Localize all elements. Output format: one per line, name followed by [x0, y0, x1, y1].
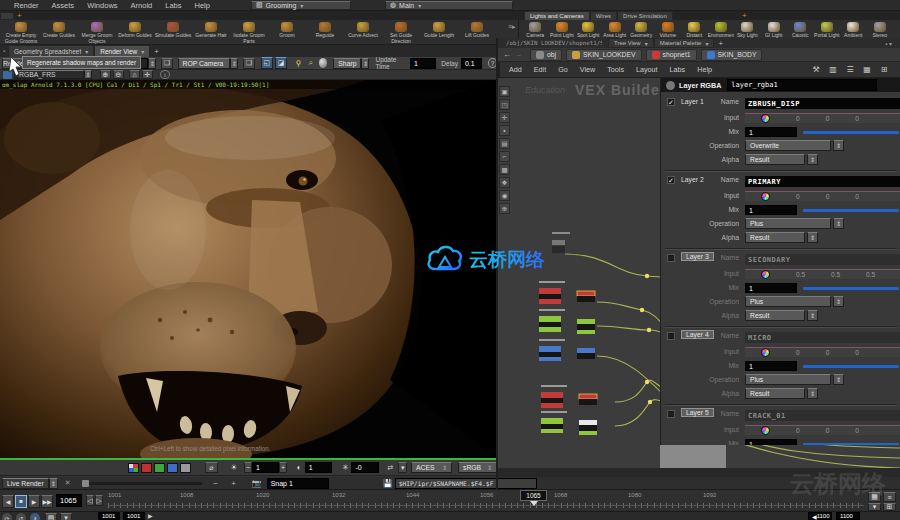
breadcrumb-skin_body[interactable]: SKIN_BODY [701, 49, 763, 61]
layer-input-row[interactable]: 000 [745, 347, 900, 357]
pan-view-icon[interactable]: ✛ [142, 70, 153, 79]
layer-mix-field[interactable]: 1 [745, 361, 797, 371]
delay-field[interactable]: 0.1 [461, 58, 482, 69]
realtime-toggle-icon[interactable]: ⟳ [2, 513, 12, 520]
layer-name-field[interactable]: CRACK_01 [745, 410, 900, 421]
desktop-select[interactable]: ◍ Main▾ [385, 1, 513, 10]
shelf-tab-lights-and-cameras[interactable]: Lights and Cameras [524, 11, 590, 21]
layer-input-row[interactable]: 0.50.50.5 [745, 269, 900, 279]
shelf-tab-drive-simulation[interactable]: Drive Simulation [617, 11, 673, 21]
layer-input-row[interactable]: 000 [745, 191, 900, 201]
lut-menu-button[interactable]: ▾ [398, 462, 407, 473]
network-menu-add[interactable]: Add [509, 65, 522, 74]
no-zoom-icon[interactable]: ⌀ [205, 462, 218, 473]
layer-mix-field[interactable]: 1 [745, 127, 797, 137]
filter-spinner[interactable]: ⇕ [361, 58, 369, 69]
shelf-tab-wires[interactable]: Wires [590, 11, 617, 21]
alpha-spinner[interactable]: ⇕ [807, 232, 818, 243]
network-menu-edit[interactable]: Edit [534, 65, 546, 74]
info-icon[interactable]: i [160, 70, 170, 79]
layer-name-field[interactable]: PRIMARY [745, 176, 900, 187]
aov-overlay-icon[interactable]: ◪ [275, 57, 287, 69]
breadcrumb-obj[interactable]: obj [530, 49, 562, 61]
plane-spinner[interactable]: ⇕ [84, 70, 92, 79]
jump-end-button[interactable]: ▶▶ [41, 495, 53, 508]
slider-handle[interactable] [82, 480, 89, 487]
colorspace-select[interactable]: sRGB⇕ [458, 462, 497, 473]
exposure-plus-button[interactable]: + [279, 462, 287, 473]
copy-rop-icon[interactable]: ❏ [161, 58, 172, 69]
menu-item-help[interactable]: Help [195, 1, 210, 10]
operation-spinner[interactable]: ⇕ [833, 140, 844, 151]
render-viewport[interactable]: om_slap Arnold 7.1.3.0 [CPU] Ca1 / Di1 /… [0, 80, 497, 458]
shelf-tool-deform-guides[interactable]: Deform Guides [116, 22, 154, 44]
layer-mix-field[interactable]: 1 [745, 283, 797, 293]
shelf-tool-merge-groom-objects[interactable]: Merge Groom Objects [78, 22, 116, 44]
home-view-icon[interactable]: ⌂ [129, 70, 140, 79]
alpha-spinner[interactable]: ⇕ [807, 388, 818, 399]
step-forward-button[interactable]: ▷ [95, 495, 103, 506]
magnifier-icon[interactable]: ⌕ [306, 58, 316, 68]
layer-alpha-select[interactable]: Result [745, 310, 805, 321]
network-menu-layout[interactable]: Layout [636, 65, 658, 74]
camera-snapshot-icon[interactable]: 📷 [250, 479, 264, 488]
operation-spinner[interactable]: ⇕ [833, 296, 844, 307]
add-shelf-tab-button[interactable]: + [17, 11, 22, 20]
rop-path-spinner[interactable]: ⇕ [148, 58, 156, 69]
snapshot-slider[interactable] [82, 482, 202, 485]
operation-spinner[interactable]: ⇕ [833, 374, 844, 385]
layer-operation-select[interactable]: Plus [745, 374, 831, 385]
menu-item-windows[interactable]: Windows [87, 1, 117, 10]
pane-tab-material-palette[interactable]: Material Palette ▾ [654, 38, 715, 48]
channel-red-button[interactable] [141, 463, 152, 473]
shelf-tab-stub[interactable] [0, 12, 14, 20]
image-plane-select[interactable]: RGBA_FRS [14, 70, 84, 79]
shelf-tool-guide-length[interactable]: Guide Length [420, 22, 458, 44]
add-pane-tab-button-right[interactable]: + [718, 39, 723, 48]
grooming-shelf-select[interactable]: ▧ Grooming▾ [251, 1, 351, 10]
layer-mix-slider[interactable] [803, 127, 899, 137]
alpha-spinner[interactable]: ⇕ [807, 154, 818, 165]
list-icon[interactable]: ☰ [844, 64, 856, 76]
color-wheel-icon[interactable] [761, 192, 770, 201]
key-icon[interactable]: ⚷ [30, 513, 40, 520]
range-opt-icon[interactable]: ▤ [45, 513, 57, 520]
menu-item-assets[interactable]: Assets [52, 1, 75, 10]
shelf-tool-lift-guides[interactable]: Lift Guides [458, 22, 496, 44]
current-frame-field[interactable]: 1065 [56, 494, 82, 507]
camera-spinner[interactable]: ⇕ [230, 58, 238, 69]
color-wheel-icon[interactable] [761, 426, 770, 435]
network-menu-go[interactable]: Go [558, 65, 568, 74]
gamma-field[interactable]: -0 [351, 462, 378, 473]
range-arrow-icon[interactable]: ▾ [60, 513, 72, 520]
shelf-tool-create-empty-guide-grooms[interactable]: Create Empty Guide Grooms [2, 22, 40, 44]
filter-select[interactable]: Sharp [333, 58, 361, 69]
layer-mix-field[interactable]: 1 [745, 439, 797, 445]
snapshot-path-field[interactable]: $HIP/ipr/$SNAPNAME.$F4.$F [395, 478, 537, 489]
crop-region-icon[interactable]: ◱ [261, 57, 273, 69]
shelf-tool-reguide[interactable]: Reguide [306, 22, 344, 44]
lut-toggle-icon[interactable]: ⇄ [385, 464, 397, 472]
sphere-icon[interactable] [319, 58, 328, 68]
shelf-tool-simulate-guides[interactable]: Simulate Guides [154, 22, 192, 44]
update-time-field[interactable]: 1 [410, 58, 436, 69]
color-wheel-icon[interactable] [761, 114, 770, 123]
jump-start-button[interactable]: ◀ [2, 495, 14, 508]
channel-rgba-button[interactable] [128, 463, 139, 473]
shelf-overflow-arrow[interactable]: ≡▸ [508, 23, 516, 31]
pane-tab-tree-view[interactable]: Tree View ▾ [608, 38, 654, 48]
layer-mix-slider[interactable] [803, 439, 899, 445]
layer-mix-slider[interactable] [803, 361, 899, 371]
playbar-opt3-icon[interactable]: ▾ [868, 503, 881, 511]
network-menu-help[interactable]: Help [697, 65, 712, 74]
network-menu-labs[interactable]: Labs [670, 65, 686, 74]
shelf-tool-create-guides[interactable]: Create Guides [40, 22, 78, 44]
add-pane-tab-button[interactable]: + [154, 47, 159, 56]
layer-operation-select[interactable]: Plus [745, 296, 831, 307]
save-disk-icon[interactable]: 💾 [381, 479, 395, 488]
layer-alpha-select[interactable]: Result [745, 154, 805, 165]
channel-green-button[interactable] [154, 463, 165, 473]
close-icon[interactable]: ✕ [62, 479, 74, 487]
chart-icon[interactable]: ▥ [827, 64, 839, 76]
layer-name-field[interactable]: MICRO [745, 332, 900, 343]
